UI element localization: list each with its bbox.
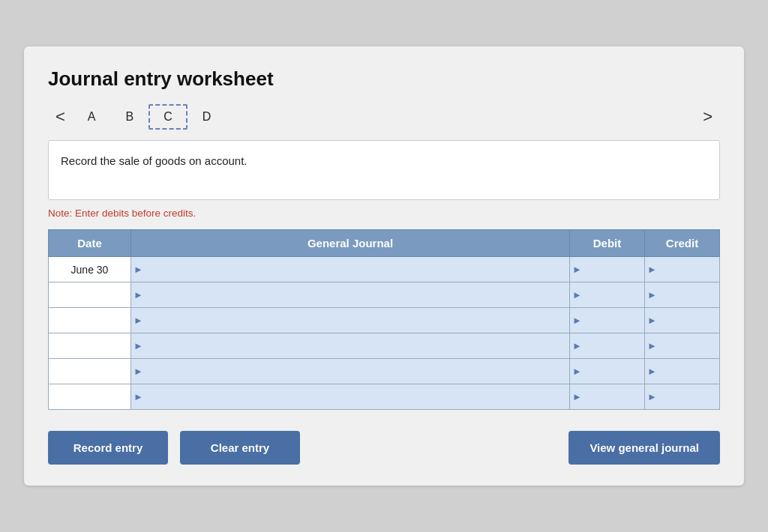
record-entry-button[interactable]: Record entry	[48, 431, 168, 465]
table-row-date-4	[49, 359, 131, 384]
gj-arrow-2: ►	[134, 315, 143, 326]
table-row-date-2	[49, 308, 131, 333]
table-row-debit-5[interactable]: ►	[570, 384, 645, 410]
table-row-gj-3[interactable]: ►	[131, 333, 570, 359]
journal-table: Date General Journal Debit Credit June 3…	[48, 229, 720, 410]
tab-b[interactable]: B	[111, 104, 149, 130]
debit-arrow-2: ►	[572, 315, 582, 326]
table-row-gj-2[interactable]: ►	[131, 308, 570, 333]
credit-arrow-4: ►	[647, 366, 657, 377]
description-box: Record the sale of goods on account.	[48, 140, 720, 200]
tab-c[interactable]: C	[148, 104, 188, 130]
nav-next-arrow[interactable]: >	[695, 104, 720, 130]
table-row-credit-2[interactable]: ►	[645, 308, 720, 333]
gj-arrow-4: ►	[134, 366, 143, 377]
clear-entry-button[interactable]: Clear entry	[180, 431, 300, 465]
credit-input-2[interactable]	[658, 308, 719, 333]
credit-input-1[interactable]	[658, 282, 719, 307]
description-text: Record the sale of goods on account.	[61, 154, 248, 167]
table-row-debit-4[interactable]: ►	[570, 359, 645, 384]
credit-input-3[interactable]	[658, 333, 719, 358]
col-header-date: Date	[49, 230, 131, 257]
table-row-gj-5[interactable]: ►	[131, 384, 570, 410]
credit-arrow-2: ►	[647, 315, 657, 326]
debit-input-4[interactable]	[584, 359, 644, 384]
col-header-gj: General Journal	[131, 230, 570, 257]
credit-arrow-3: ►	[647, 340, 657, 351]
debit-input-2[interactable]	[584, 308, 644, 333]
buttons-row: Record entry Clear entry View general jo…	[48, 431, 720, 465]
gj-input-5[interactable]	[145, 384, 569, 409]
credit-arrow-1: ►	[647, 289, 657, 300]
gj-arrow-0: ►	[134, 264, 143, 275]
table-row-debit-0[interactable]: ►	[570, 257, 645, 282]
table-row-credit-3[interactable]: ►	[645, 333, 720, 359]
table-row-credit-4[interactable]: ►	[645, 359, 720, 384]
debit-input-3[interactable]	[584, 333, 644, 358]
gj-arrow-5: ►	[134, 391, 143, 402]
gj-input-3[interactable]	[145, 333, 569, 358]
table-row-credit-1[interactable]: ►	[645, 282, 720, 308]
tab-d[interactable]: D	[188, 104, 226, 130]
gj-input-2[interactable]	[145, 308, 569, 333]
tab-a[interactable]: A	[73, 104, 111, 130]
table-row-gj-4[interactable]: ►	[131, 359, 570, 384]
debit-arrow-5: ►	[572, 391, 582, 402]
col-header-credit: Credit	[645, 230, 720, 257]
gj-input-1[interactable]	[145, 282, 569, 307]
debit-arrow-3: ►	[572, 340, 582, 351]
credit-input-5[interactable]	[658, 384, 719, 409]
nav-prev-arrow[interactable]: <	[48, 104, 73, 130]
credit-input-4[interactable]	[658, 359, 719, 384]
debit-arrow-1: ►	[572, 289, 582, 300]
table-row-gj-1[interactable]: ►	[131, 282, 570, 308]
tabs-row: < A B C D >	[48, 104, 720, 130]
table-row-date-0: June 30	[49, 257, 131, 282]
table-row-credit-0[interactable]: ►	[645, 257, 720, 282]
table-row-debit-3[interactable]: ►	[570, 333, 645, 359]
table-row-debit-1[interactable]: ►	[570, 282, 645, 308]
gj-arrow-3: ►	[134, 340, 143, 351]
col-header-debit: Debit	[570, 230, 645, 257]
table-row-gj-0[interactable]: ►	[131, 257, 570, 282]
page-title: Journal entry worksheet	[48, 67, 720, 91]
gj-input-0[interactable]	[145, 257, 569, 282]
table-row-debit-2[interactable]: ►	[570, 308, 645, 333]
debit-input-5[interactable]	[584, 384, 644, 409]
table-row-date-1	[49, 282, 131, 308]
gj-arrow-1: ►	[134, 289, 143, 300]
table-row-credit-5[interactable]: ►	[645, 384, 720, 410]
debit-arrow-4: ►	[572, 366, 582, 377]
table-row-date-3	[49, 333, 131, 359]
debit-input-0[interactable]	[584, 257, 644, 282]
debit-input-1[interactable]	[584, 282, 644, 307]
gj-input-4[interactable]	[145, 359, 569, 384]
credit-arrow-0: ►	[647, 264, 657, 275]
table-row-date-5	[49, 384, 131, 410]
credit-input-0[interactable]	[658, 257, 719, 282]
credit-arrow-5: ►	[647, 391, 657, 402]
view-general-journal-button[interactable]: View general journal	[568, 431, 720, 465]
note-text: Note: Enter debits before credits.	[48, 208, 720, 219]
journal-worksheet-card: Journal entry worksheet < A B C D > Reco…	[24, 46, 744, 486]
debit-arrow-0: ►	[572, 264, 582, 275]
